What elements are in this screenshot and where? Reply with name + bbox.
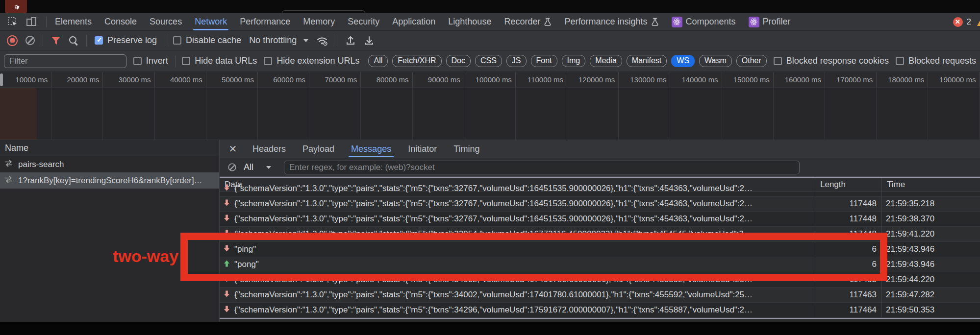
filter-pill-img[interactable]: Img — [562, 55, 586, 67]
waterfall-area[interactable] — [0, 87, 980, 140]
message-length: 117463 — [815, 287, 882, 302]
toolbar-divider — [43, 35, 43, 47]
message-row[interactable]: {"schemaVersion":"1.3.0","type":"pairs",… — [220, 303, 980, 318]
tab-recorder[interactable]: Recorder — [498, 13, 558, 31]
tab-console[interactable]: Console — [98, 13, 143, 31]
time-column-header[interactable]: Time — [882, 178, 980, 191]
timeline-label: 70000 ms — [309, 72, 361, 87]
filter-pill-css[interactable]: CSS — [475, 55, 502, 67]
message-row[interactable]: {"schemaVersion":"1.3.0","type":"pairs",… — [220, 191, 980, 196]
tab-performance-insights[interactable]: Performance insights — [558, 13, 665, 31]
details-tab-messages[interactable]: Messages — [343, 140, 400, 158]
tab-elements[interactable]: Elements — [49, 13, 98, 31]
error-badge-icon[interactable]: ✕ — [953, 17, 963, 27]
message-type-select[interactable]: All — [244, 162, 271, 172]
regex-filter-input[interactable] — [284, 161, 800, 174]
timeline-label: 40000 ms — [155, 72, 206, 87]
search-icon[interactable] — [69, 36, 78, 46]
import-har-icon[interactable] — [345, 35, 356, 46]
blocked-cookies-checkbox[interactable] — [774, 57, 782, 65]
message-row[interactable]: {"schemaVersion":"1.3.0","type":"pairs",… — [220, 227, 980, 242]
invert-checkbox[interactable] — [133, 57, 142, 65]
hide-extension-urls-toggle[interactable]: Hide extension URLs — [264, 56, 359, 66]
export-har-icon[interactable] — [364, 35, 375, 46]
tab-sources[interactable]: Sources — [143, 13, 188, 31]
blocked-cookies-toggle[interactable]: Blocked response cookies — [774, 56, 889, 66]
filter-pill-other[interactable]: Other — [736, 55, 767, 67]
details-tab-payload[interactable]: Payload — [294, 140, 343, 158]
message-data: "ping" — [234, 244, 256, 254]
message-time — [882, 191, 980, 196]
tab-memory[interactable]: Memory — [297, 13, 341, 31]
devtools-window: ElementsConsoleSourcesNetworkPerformance… — [0, 0, 980, 335]
filter-pill-js[interactable]: JS — [506, 55, 527, 67]
tab-label: Components — [686, 17, 736, 27]
filter-pill-ws[interactable]: WS — [671, 55, 695, 67]
filter-pill-font[interactable]: Font — [531, 55, 557, 67]
blocked-requests-checkbox[interactable] — [896, 57, 904, 65]
clear-messages-icon[interactable] — [228, 163, 236, 171]
blocked-requests-toggle[interactable]: Blocked requests — [896, 56, 976, 66]
waterfall-gridline-cell — [206, 88, 258, 140]
message-row[interactable]: {"schemaVersion":"1.3.0","type":"pairs",… — [220, 287, 980, 303]
disable-cache-toggle[interactable]: Disable cache — [173, 35, 241, 46]
annotation-label: two-way — [113, 247, 178, 266]
scrollbar-thumb[interactable] — [0, 73, 3, 86]
hide-data-urls-toggle[interactable]: Hide data URLs — [182, 56, 257, 66]
tab-lighthouse[interactable]: Lighthouse — [442, 13, 498, 31]
filter-pill-wasm[interactable]: Wasm — [699, 55, 732, 67]
timeline-label: 120000 ms — [567, 72, 619, 87]
message-row[interactable]: {"schemaVersion":"1.3.0","type":"pairs",… — [220, 212, 980, 227]
hide-data-urls-checkbox[interactable] — [182, 57, 190, 65]
chevron-down-icon — [266, 166, 271, 169]
throttling-select[interactable]: No throttling — [249, 35, 308, 46]
waterfall-gridline-cell — [516, 88, 567, 140]
length-column-header[interactable]: Length — [815, 178, 882, 191]
filter-icon[interactable] — [51, 36, 61, 45]
request-row[interactable]: pairs-search — [0, 156, 219, 172]
preserve-log-checkbox[interactable] — [95, 36, 103, 45]
message-time: 21:59:47.282 — [882, 287, 980, 302]
tab-network[interactable]: Network — [188, 13, 233, 31]
tab-security[interactable]: Security — [341, 13, 386, 31]
details-tab-headers[interactable]: Headers — [244, 140, 294, 158]
tab-profiler[interactable]: Profiler — [742, 13, 797, 31]
tab-performance[interactable]: Performance — [233, 13, 297, 31]
timeline-label: 130000 ms — [619, 72, 670, 87]
toolbar-divider — [175, 55, 176, 67]
message-row[interactable]: {"schemaVersion":"1.3.0","type":"pairs",… — [220, 272, 980, 287]
clear-icon[interactable] — [25, 36, 35, 45]
timeline-ruler[interactable]: 10000 ms20000 ms30000 ms40000 ms50000 ms… — [0, 72, 980, 87]
extension-button[interactable] — [5, 0, 27, 13]
filter-pill-all[interactable]: All — [368, 55, 388, 67]
name-column-header[interactable]: Name — [0, 140, 219, 156]
tab-application[interactable]: Application — [386, 13, 442, 31]
close-icon[interactable]: ✕ — [224, 143, 242, 155]
message-row[interactable]: "ping"621:59:43.946 — [220, 242, 980, 257]
request-row[interactable]: 1?rankBy[key]=trendingScoreH6&rankBy[ord… — [0, 172, 219, 189]
invert-toggle[interactable]: Invert — [133, 56, 168, 66]
disable-cache-checkbox[interactable] — [173, 36, 181, 45]
message-data: {"schemaVersion":"1.3.0","type":"pairs",… — [234, 214, 753, 224]
device-toolbar-icon[interactable] — [25, 16, 37, 28]
filter-pill-manifest[interactable]: Manifest — [627, 55, 667, 67]
message-row[interactable]: {"schemaVersion":"1.3.0","type":"pairs",… — [220, 196, 980, 212]
filter-input[interactable] — [4, 54, 126, 68]
record-button[interactable] — [7, 35, 18, 46]
network-conditions-icon[interactable] — [316, 35, 329, 46]
filter-pill-fetch-xhr[interactable]: Fetch/XHR — [392, 55, 441, 67]
timeline-label: 60000 ms — [258, 72, 309, 87]
message-row[interactable]: "pong"621:59:43.946 — [220, 257, 980, 272]
details-tab-initiator[interactable]: Initiator — [400, 140, 445, 158]
filter-pill-doc[interactable]: Doc — [446, 55, 471, 67]
message-data: {"schemaVersion":"1.3.0","type":"pairs",… — [234, 229, 752, 239]
filter-pill-media[interactable]: Media — [590, 55, 622, 67]
blocked-cookies-label: Blocked response cookies — [786, 56, 889, 66]
tab-components[interactable]: Components — [665, 13, 742, 31]
inspect-icon[interactable] — [7, 16, 19, 28]
timeline-label: 50000 ms — [206, 72, 258, 87]
hide-extension-urls-checkbox[interactable] — [264, 57, 272, 65]
details-tab-timing[interactable]: Timing — [445, 140, 488, 158]
message-data: {"schemaVersion":"1.3.0","type":"pairs",… — [234, 184, 753, 193]
preserve-log-toggle[interactable]: Preserve log — [95, 35, 157, 46]
